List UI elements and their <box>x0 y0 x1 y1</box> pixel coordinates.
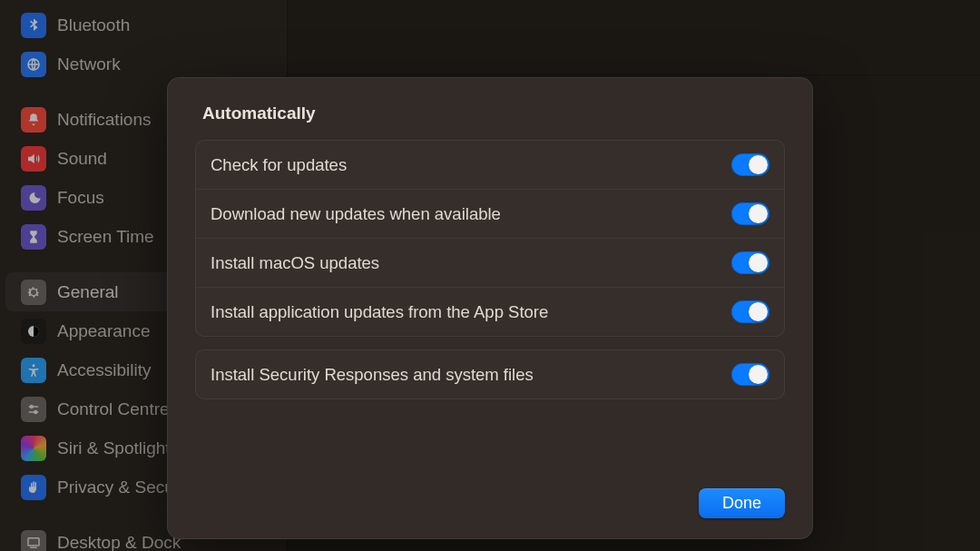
sheet-title: Automatically <box>202 103 785 123</box>
setting-row-security-responses: Install Security Responses and system fi… <box>196 350 784 398</box>
accessibility-icon <box>21 358 46 383</box>
setting-row-install-app-store: Install application updates from the App… <box>196 287 784 336</box>
sidebar-item-label: General <box>57 282 119 302</box>
sidebar-item-label: Sound <box>57 149 107 169</box>
setting-label: Download new updates when available <box>211 204 501 224</box>
speaker-icon <box>21 146 46 172</box>
setting-label: Install macOS updates <box>211 253 379 273</box>
setting-row-install-macos: Install macOS updates <box>196 238 784 287</box>
moon-icon <box>21 185 46 211</box>
sidebar-item-label: Focus <box>57 188 104 208</box>
sidebar-item-label: Desktop & Dock <box>57 533 181 552</box>
software-update-sheet: Automatically Check for updates Download… <box>167 77 813 539</box>
toggle-check-updates[interactable] <box>731 153 769 176</box>
svg-rect-5 <box>28 537 39 545</box>
hourglass-icon <box>21 224 46 250</box>
auto-update-group-1: Check for updates Download new updates w… <box>195 140 785 337</box>
svg-point-2 <box>33 364 35 367</box>
setting-row-download-updates: Download new updates when available <box>196 189 784 238</box>
sidebar-item-label: Accessibility <box>57 360 151 380</box>
siri-icon <box>21 436 46 461</box>
toggle-install-macos[interactable] <box>731 251 769 274</box>
svg-point-3 <box>30 405 33 408</box>
bluetooth-icon <box>21 13 46 38</box>
setting-label: Install application updates from the App… <box>211 302 548 322</box>
bell-icon <box>21 107 46 133</box>
svg-point-4 <box>34 410 37 413</box>
setting-row-check-updates: Check for updates <box>196 141 784 189</box>
toggle-security-responses[interactable] <box>731 363 769 386</box>
globe-icon <box>21 52 46 77</box>
sidebar-item-label: Siri & Spotlight <box>57 438 171 458</box>
hand-icon <box>21 475 46 500</box>
sidebar-item-label: Screen Time <box>57 227 154 247</box>
sidebar-item-label: Appearance <box>57 321 150 341</box>
sidebar-item-label: Network <box>57 54 121 74</box>
sidebar-item-label: Notifications <box>57 110 152 130</box>
dock-icon <box>21 530 46 552</box>
gear-icon <box>21 280 46 305</box>
setting-label: Check for updates <box>211 155 347 175</box>
sidebar-item-label: Control Centre <box>57 399 170 419</box>
toggle-download-updates[interactable] <box>731 202 769 225</box>
done-button[interactable]: Done <box>699 488 785 518</box>
divider <box>288 74 980 75</box>
auto-update-group-2: Install Security Responses and system fi… <box>195 349 785 399</box>
setting-label: Install Security Responses and system fi… <box>211 365 534 385</box>
sidebar-item-bluetooth[interactable]: Bluetooth <box>5 5 278 44</box>
contrast-icon <box>21 319 46 344</box>
toggle-install-app-store[interactable] <box>731 300 769 323</box>
sidebar-item-label: Bluetooth <box>57 15 130 35</box>
sliders-icon <box>21 397 46 422</box>
